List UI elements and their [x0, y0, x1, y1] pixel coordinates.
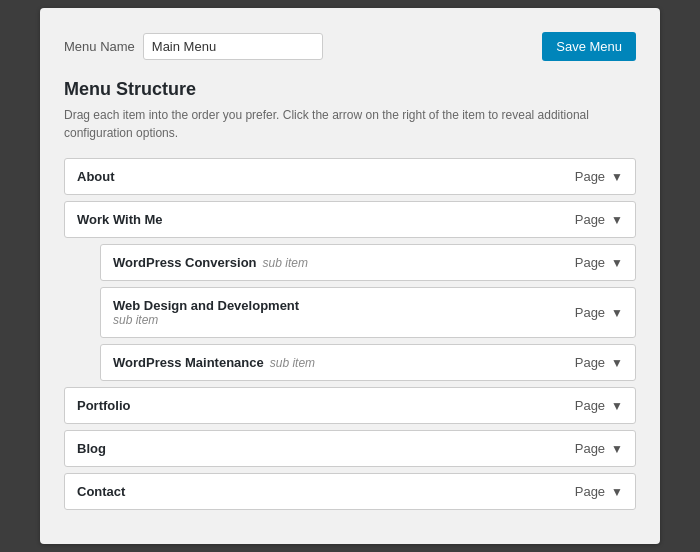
menu-item-wpm-title: WordPress Maintenance	[113, 355, 264, 370]
menu-item-wp-maintenance: WordPress Maintenance sub item Page ▼	[100, 344, 636, 381]
menu-item-blog: Blog Page ▼	[64, 430, 636, 467]
menu-item-about-arrow[interactable]: ▼	[611, 170, 623, 184]
menu-item-wp-conversion: WordPress Conversion sub item Page ▼	[100, 244, 636, 281]
menu-item-wd-title: Web Design and Development	[113, 298, 299, 313]
menu-item-blog-arrow[interactable]: ▼	[611, 442, 623, 456]
menu-item-wpc-title: WordPress Conversion	[113, 255, 257, 270]
menu-item-wwm-type: Page	[575, 212, 605, 227]
menu-item-portfolio-left: Portfolio	[77, 398, 130, 413]
menu-item-portfolio-type: Page	[575, 398, 605, 413]
menu-item-contact-title: Contact	[77, 484, 125, 499]
menu-item-contact-right: Page ▼	[575, 484, 623, 499]
menu-item-wd-subtitle: sub item	[113, 313, 299, 327]
menu-panel: Menu Name Save Menu Menu Structure Drag …	[40, 8, 660, 544]
menu-item-wpm-right: Page ▼	[575, 355, 623, 370]
menu-item-about-left: About	[77, 169, 115, 184]
menu-item-blog-type: Page	[575, 441, 605, 456]
menu-name-input[interactable]	[143, 33, 323, 60]
menu-item-wwm-left: Work With Me	[77, 212, 163, 227]
save-menu-button[interactable]: Save Menu	[542, 32, 636, 61]
menu-item-wd-type: Page	[575, 305, 605, 320]
menu-item-wpc-subtitle: sub item	[263, 256, 308, 270]
menu-item-about-right: Page ▼	[575, 169, 623, 184]
menu-item-wpc-left: WordPress Conversion sub item	[113, 255, 308, 270]
menu-list: About Page ▼ Work With Me Page ▼ WordPre…	[64, 158, 636, 516]
menu-item-wpm-subtitle: sub item	[270, 356, 315, 370]
menu-item-portfolio-right: Page ▼	[575, 398, 623, 413]
menu-item-web-design: Web Design and Development sub item Page…	[100, 287, 636, 338]
menu-item-contact-arrow[interactable]: ▼	[611, 485, 623, 499]
menu-item-blog-right: Page ▼	[575, 441, 623, 456]
menu-item-portfolio-arrow[interactable]: ▼	[611, 399, 623, 413]
menu-item-portfolio-title: Portfolio	[77, 398, 130, 413]
menu-name-label: Menu Name	[64, 39, 135, 54]
menu-item-about-type: Page	[575, 169, 605, 184]
menu-item-contact-type: Page	[575, 484, 605, 499]
menu-item-wwm-arrow[interactable]: ▼	[611, 213, 623, 227]
menu-item-contact-left: Contact	[77, 484, 125, 499]
menu-item-wwm-right: Page ▼	[575, 212, 623, 227]
top-bar: Menu Name Save Menu	[64, 32, 636, 61]
menu-item-wd-left: Web Design and Development sub item	[113, 298, 299, 327]
menu-item-wpm-type: Page	[575, 355, 605, 370]
menu-name-group: Menu Name	[64, 33, 323, 60]
menu-item-blog-title: Blog	[77, 441, 106, 456]
menu-item-blog-left: Blog	[77, 441, 106, 456]
menu-item-work-with-me: Work With Me Page ▼	[64, 201, 636, 238]
menu-item-about: About Page ▼	[64, 158, 636, 195]
menu-item-contact: Contact Page ▼	[64, 473, 636, 510]
menu-item-wd-right: Page ▼	[575, 305, 623, 320]
menu-item-wpm-left: WordPress Maintenance sub item	[113, 355, 315, 370]
menu-item-portfolio: Portfolio Page ▼	[64, 387, 636, 424]
section-title: Menu Structure	[64, 79, 636, 100]
menu-item-wwm-title: Work With Me	[77, 212, 163, 227]
menu-item-wpm-arrow[interactable]: ▼	[611, 356, 623, 370]
menu-item-about-title: About	[77, 169, 115, 184]
menu-item-wd-arrow[interactable]: ▼	[611, 306, 623, 320]
menu-item-wpc-right: Page ▼	[575, 255, 623, 270]
menu-item-wpc-type: Page	[575, 255, 605, 270]
menu-item-wd-title-block: Web Design and Development sub item	[113, 298, 299, 327]
menu-item-wpc-arrow[interactable]: ▼	[611, 256, 623, 270]
section-description: Drag each item into the order you prefer…	[64, 106, 636, 142]
